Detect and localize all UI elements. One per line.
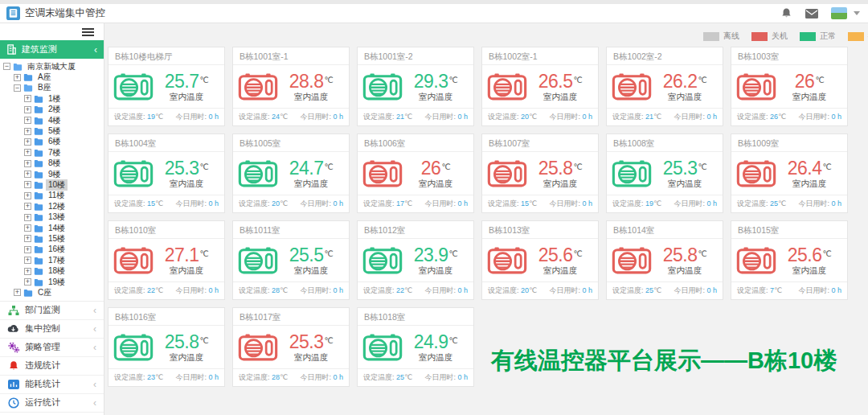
tree-expand-toggle[interactable]: +: [24, 203, 31, 210]
tree-expand-toggle[interactable]: +: [24, 117, 31, 124]
tree-expand-toggle[interactable]: +: [24, 214, 31, 221]
room-card[interactable]: B栋1007室 25.8℃ 室内温度 设定温度: 15℃ 今日用时: 0 h: [481, 134, 599, 213]
tree-expand-toggle[interactable]: +: [24, 95, 31, 102]
notifications-bell-icon[interactable]: [780, 7, 792, 19]
room-card[interactable]: B栋1016室 25.8℃ 室内温度 设定温度: 23℃ 今日用时: 0 h: [108, 307, 225, 387]
room-card[interactable]: B栋1004室 25.3℃ 室内温度 设定温度: 15℃ 今日用时: 0 h: [108, 134, 225, 213]
room-card-footer: 设定温度: 17℃ 今日用时: 0 h: [358, 195, 473, 212]
tree-item[interactable]: + 11楼: [0, 191, 104, 201]
user-avatar[interactable]: [831, 7, 847, 19]
tree-expand-toggle[interactable]: +: [14, 289, 21, 296]
tree-expand-toggle[interactable]: +: [24, 235, 31, 242]
room-name: B栋1011室: [233, 221, 349, 239]
sidebar-collapse-hamburger-icon[interactable]: [82, 28, 94, 36]
sidebar: 建筑监测 ‹ − 南京新城大厦 + A座 − B座 + 1楼 + 2楼 +: [0, 23, 104, 415]
tree-item[interactable]: + 8楼: [0, 158, 104, 169]
tree-item[interactable]: + 5楼: [0, 125, 104, 136]
tree-item[interactable]: + 10楼: [0, 179, 104, 190]
tree-expand-toggle[interactable]: +: [14, 74, 21, 81]
sidebar-item-building-monitor[interactable]: 建筑监测 ‹: [0, 40, 104, 59]
set-temp-label: 设定温度:: [114, 113, 145, 121]
user-menu-chevron-down-icon[interactable]: [854, 11, 860, 15]
room-card[interactable]: B栋1006室 26℃ 室内温度 设定温度: 17℃ 今日用时: 0 h: [357, 134, 474, 213]
tree-expand-toggle[interactable]: +: [24, 192, 31, 199]
tree-expand-toggle[interactable]: +: [24, 149, 31, 156]
room-card-body: 25.8℃ 室内温度: [108, 326, 224, 368]
tree-expand-toggle[interactable]: +: [24, 171, 31, 178]
room-card[interactable]: B栋1018室 24.9℃ 室内温度 设定温度: 25℃ 今日用时: 0 h: [357, 307, 474, 387]
room-card[interactable]: B栋1009室 26.4℃ 室内温度 设定温度: 25℃ 今日用时: 0 h: [731, 134, 848, 213]
tree-expand-toggle[interactable]: +: [24, 106, 31, 113]
tree-item-label: 10楼: [46, 179, 68, 191]
tree-expand-toggle[interactable]: +: [24, 257, 31, 264]
tree-item[interactable]: − 南京新城大厦: [0, 61, 104, 72]
tree-expand-toggle[interactable]: +: [24, 246, 31, 253]
sidebar-menu-item[interactable]: 部门监测 ‹: [0, 302, 104, 320]
sidebar-menu-item[interactable]: 基础管理 ‹: [0, 413, 104, 415]
room-card[interactable]: B栋10楼电梯厅 25.7℃ 室内温度 设定温度: 19℃ 今日用时: 0 h: [108, 47, 225, 126]
room-card[interactable]: B栋1010室 27.1℃ 室内温度 设定温度: 22℃ 今日用时: 0 h: [108, 220, 225, 300]
room-card-footer: 设定温度: 15℃ 今日用时: 0 h: [482, 195, 598, 212]
tree-expand-toggle[interactable]: +: [24, 128, 31, 135]
tree-item[interactable]: + 7楼: [0, 147, 104, 158]
tree-expand-toggle[interactable]: +: [24, 268, 31, 275]
chevron-icon: ‹: [93, 343, 96, 352]
messages-envelope-icon[interactable]: [805, 9, 818, 18]
tree-item[interactable]: + 19楼: [0, 277, 104, 287]
tree-item[interactable]: + 18楼: [0, 265, 104, 276]
set-temp: 设定温度: 24℃: [239, 112, 288, 122]
set-temp-unit: ℃: [653, 113, 661, 121]
tree-expand-toggle[interactable]: +: [24, 138, 31, 146]
tree-item[interactable]: + 14楼: [0, 223, 104, 233]
tree-item[interactable]: + 9楼: [0, 169, 104, 179]
room-card[interactable]: B栋1003室 26℃ 室内温度 设定温度: 26℃ 今日用时: 0 h: [731, 47, 848, 126]
room-card[interactable]: B栋1017室 25.3℃ 室内温度 设定温度: 28℃ 今日用时: 0 h: [232, 307, 350, 387]
tree-item[interactable]: + 6楼: [0, 137, 104, 147]
tree-item[interactable]: + 1楼: [0, 93, 104, 104]
room-card[interactable]: B栋1001室-1 28.8℃ 室内温度 设定温度: 24℃ 今日用时: 0 h: [232, 47, 350, 126]
room-card-footer: 设定温度: 28℃ 今日用时: 0 h: [233, 368, 349, 385]
sidebar-menu-item[interactable]: 运行统计 ‹: [0, 394, 104, 413]
set-temp: 设定温度: 25℃: [612, 286, 661, 296]
tree-item[interactable]: + 17楼: [0, 255, 104, 265]
set-temp-value: 17: [396, 199, 404, 208]
room-card[interactable]: B栋1002室-1 26.5℃ 室内温度 设定温度: 20℃ 今日用时: 0 h: [481, 47, 599, 126]
usage-label: 今日用时:: [549, 286, 580, 294]
tree-item[interactable]: − B座: [0, 83, 104, 93]
tree-expand-toggle[interactable]: −: [3, 63, 10, 70]
folder-icon: [34, 203, 43, 211]
usage-value: 0: [333, 373, 337, 381]
tree-expand-toggle[interactable]: +: [24, 224, 31, 232]
sidebar-menu-item[interactable]: 策略管理 ‹: [0, 339, 104, 357]
tree-expand-toggle[interactable]: −: [14, 84, 21, 92]
tree-item[interactable]: + 4楼: [0, 115, 104, 125]
room-card[interactable]: B栋1012室 23.9℃ 室内温度 设定温度: 22℃ 今日用时: 0 h: [357, 220, 474, 300]
room-card[interactable]: B栋1015室 25.6℃ 室内温度 设定温度: 7℃ 今日用时: 0 h: [731, 220, 848, 300]
sidebar-menu-item[interactable]: 集中控制 ‹: [0, 320, 104, 339]
tree-expand-toggle[interactable]: +: [24, 160, 31, 167]
room-card[interactable]: B栋1013室 25.6℃ 室内温度 设定温度: 20℃ 今日用时: 0 h: [481, 220, 599, 300]
tree-item[interactable]: + 15楼: [0, 233, 104, 244]
tree-item[interactable]: + 2楼: [0, 105, 104, 115]
tree-item[interactable]: + A座: [0, 72, 104, 82]
indoor-temp-label: 室内温度: [403, 179, 469, 190]
tree-expand-toggle[interactable]: +: [24, 181, 31, 188]
tree-expand-toggle[interactable]: +: [24, 278, 31, 286]
tree-item[interactable]: + 16楼: [0, 244, 104, 255]
tree-item[interactable]: + C座: [0, 287, 104, 298]
room-card[interactable]: B栋1005室 24.7℃ 室内温度 设定温度: 20℃ 今日用时: 0 h: [232, 134, 350, 213]
room-card[interactable]: B栋1011室 25.5℃ 室内温度 设定温度: 28℃ 今日用时: 0 h: [232, 220, 350, 300]
tree-item[interactable]: + 13楼: [0, 212, 104, 222]
set-temp: 设定温度: 21℃: [363, 112, 412, 122]
sidebar-menu-item[interactable]: 违规统计 ‹: [0, 357, 104, 376]
sidebar-menu-item[interactable]: 能耗统计 ‹: [0, 376, 104, 394]
tree-item[interactable]: + 12楼: [0, 201, 104, 212]
room-card[interactable]: B栋1002室-2 26.2℃ 室内温度 设定温度: 21℃ 今日用时: 0 h: [606, 47, 723, 126]
room-card[interactable]: B栋1008室 25.3℃ 室内温度 设定温度: 19℃ 今日用时: 0 h: [606, 134, 723, 213]
room-card[interactable]: B栋1014室 25.8℃ 室内温度 设定温度: 25℃ 今日用时: 0 h: [606, 220, 723, 300]
ac-unit-icon: [487, 158, 527, 189]
room-name: B栋1009室: [731, 134, 847, 152]
room-card[interactable]: B栋1001室-2 29.3℃ 室内温度 设定温度: 21℃ 今日用时: 0 h: [357, 47, 474, 126]
legend-item: 待机: [848, 31, 868, 42]
room-card-body: 26.5℃ 室内温度: [482, 65, 598, 108]
